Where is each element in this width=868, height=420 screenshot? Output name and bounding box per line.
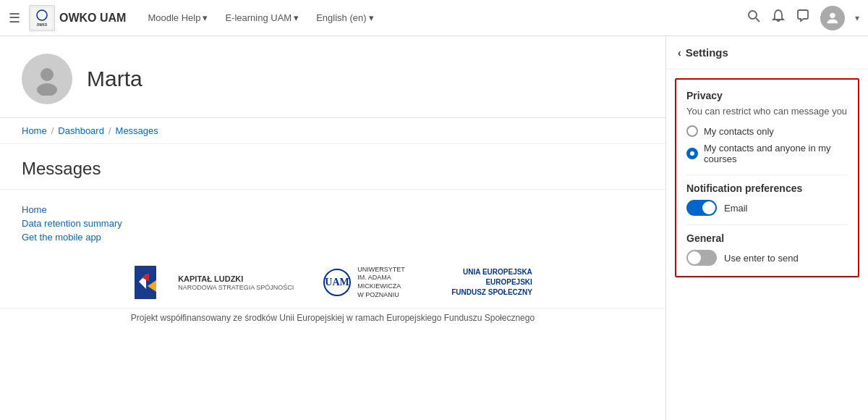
topnav: ☰ OWKO OWKO UAM Moodle Help ▾ E-learning…: [0, 0, 868, 36]
breadcrumb-messages[interactable]: Messages: [116, 125, 158, 136]
notification-toggle-row: Email: [686, 200, 848, 216]
profile-name: Marta: [87, 67, 142, 91]
chevron-down-icon: ▾: [369, 12, 374, 23]
general-section: General Use enter to send: [686, 232, 848, 266]
chat-icon[interactable]: [796, 9, 810, 27]
footer-link-data-retention[interactable]: Data retention summary: [22, 218, 644, 229]
site-name: OWKO UAM: [59, 12, 126, 25]
chevron-down-icon[interactable]: ▾: [855, 13, 859, 23]
settings-back-label: Settings: [686, 46, 728, 59]
general-toggle-row: Use enter to send: [686, 250, 848, 266]
footer-link-mobile-app[interactable]: Get the mobile app: [22, 232, 644, 243]
search-icon[interactable]: [746, 9, 761, 27]
footer-links: Home Data retention summary Get the mobi…: [0, 190, 665, 257]
topnav-right: ▾: [746, 6, 859, 30]
radio-my-contacts-only[interactable]: My contacts only: [686, 125, 848, 137]
user-avatar[interactable]: [820, 6, 845, 30]
avatar: [22, 54, 72, 104]
email-toggle[interactable]: [686, 200, 717, 216]
notification-section: Notification preferences Email: [686, 182, 848, 216]
breadcrumb-sep-2: /: [109, 125, 111, 136]
svg-point-6: [41, 68, 54, 81]
uam-text: UNIWERSYTETIM. ADAMA MICKIEWICZAW POZNAN…: [357, 266, 422, 300]
kapital-text: KAPITAŁ LUDZKI NARODOWA STRATEGIA SPÓJNO…: [178, 274, 294, 291]
eu-text: UNIA EUROPEJSKAEUROPEJSKIFUNDUSZ SPOŁECZ…: [451, 267, 532, 298]
hamburger-icon[interactable]: ☰: [9, 10, 20, 26]
svg-point-7: [37, 83, 57, 96]
svg-text:UAM: UAM: [325, 277, 349, 287]
messages-heading-section: Messages: [0, 144, 665, 190]
profile-section: Marta: [0, 36, 665, 118]
settings-panel: ‹ Settings Privacy You can restrict who …: [665, 36, 868, 420]
main-layout: Marta Home / Dashboard / Messages Messag…: [0, 36, 868, 420]
general-title: General: [686, 232, 848, 244]
uam-icon: UAM: [323, 268, 352, 297]
section-divider-2: [686, 224, 848, 225]
privacy-title: Privacy: [686, 90, 848, 101]
svg-point-3: [749, 11, 757, 19]
content-area: Marta Home / Dashboard / Messages Messag…: [0, 36, 665, 420]
enter-toggle-label: Use enter to send: [724, 253, 799, 264]
radio-circle-contacts-only: [686, 125, 698, 137]
privacy-description: You can restrict who can message you: [686, 106, 848, 117]
enter-toggle[interactable]: [686, 250, 717, 266]
kapital-logo-block: KAPITAŁ LUDZKI NARODOWA STRATEGIA SPÓJNO…: [133, 264, 294, 301]
radio-label-contacts-courses: My contacts and anyone in my courses: [704, 143, 848, 164]
chevron-down-icon: ▾: [294, 12, 299, 23]
kapital-icon: [133, 264, 172, 301]
uam-logo-block: UAM UNIWERSYTETIM. ADAMA MICKIEWICZAW PO…: [323, 266, 422, 300]
settings-back-button[interactable]: ‹ Settings: [666, 36, 868, 70]
menu-elearning[interactable]: E-learning UAM ▾: [218, 8, 306, 28]
footer-logos: KAPITAŁ LUDZKI NARODOWA STRATEGIA SPÓJNO…: [0, 257, 665, 308]
messages-heading: Messages: [22, 159, 644, 179]
toggle-knob-enter: [688, 251, 701, 264]
section-divider-1: [686, 175, 848, 175]
svg-point-5: [830, 12, 835, 17]
logo: OWKO OWKO UAM: [29, 5, 126, 31]
notification-title: Notification preferences: [686, 182, 848, 194]
bell-icon[interactable]: [771, 9, 786, 27]
menu-moodle-help[interactable]: Moodle Help ▾: [140, 8, 215, 28]
breadcrumb-dashboard[interactable]: Dashboard: [58, 125, 104, 136]
email-toggle-label: Email: [724, 203, 748, 214]
toggle-knob-email: [702, 201, 715, 214]
projekt-text: Projekt współfinansowany ze środków Unii…: [0, 308, 665, 327]
privacy-radio-group: My contacts only My contacts and anyone …: [686, 125, 848, 164]
radio-circle-contacts-courses: [686, 148, 698, 159]
logo-box: OWKO: [29, 5, 55, 31]
topnav-menu: Moodle Help ▾ E-learning UAM ▾ English (…: [140, 8, 380, 28]
eu-logo-block: UNIA EUROPEJSKAEUROPEJSKIFUNDUSZ SPOŁECZ…: [451, 267, 532, 298]
svg-line-4: [756, 18, 760, 22]
radio-contacts-and-courses[interactable]: My contacts and anyone in my courses: [686, 143, 848, 164]
privacy-box: Privacy You can restrict who can message…: [675, 78, 859, 277]
radio-label-contacts-only: My contacts only: [704, 126, 774, 137]
breadcrumb-home[interactable]: Home: [22, 125, 47, 136]
breadcrumb: Home / Dashboard / Messages: [0, 118, 665, 144]
breadcrumb-sep: /: [51, 125, 54, 136]
svg-text:OWKO: OWKO: [37, 23, 48, 27]
back-arrow-icon: ‹: [678, 47, 681, 59]
menu-language[interactable]: English (en) ▾: [309, 8, 380, 28]
footer-link-home[interactable]: Home: [22, 204, 644, 215]
chevron-down-icon: ▾: [203, 12, 208, 23]
